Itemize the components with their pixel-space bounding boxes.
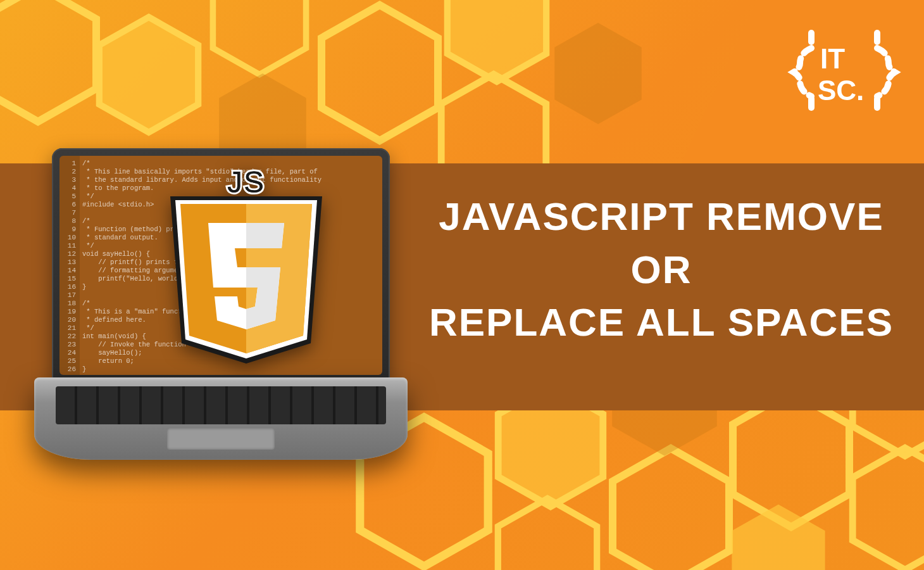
laptop-bezel: 1234567891011121314151617181920212223242… — [52, 148, 390, 383]
itsc-logo-icon: IT SC. — [787, 15, 901, 129]
laptop-base — [34, 377, 408, 460]
laptop-screen: 1234567891011121314151617181920212223242… — [59, 156, 382, 375]
svg-marker-17 — [732, 504, 825, 570]
svg-marker-7 — [447, 0, 546, 82]
svg-marker-13 — [498, 498, 597, 570]
svg-marker-3 — [213, 0, 306, 75]
svg-marker-1 — [99, 17, 198, 132]
logo-text-bottom: SC. — [818, 75, 864, 106]
svg-marker-14 — [613, 448, 729, 570]
svg-marker-2 — [99, 17, 198, 132]
laptop-graphic: 1234567891011121314151617181920212223242… — [34, 148, 408, 471]
code-line-numbers: 1234567891011121314151617181920212223242… — [59, 156, 80, 375]
logo-text-top: IT — [820, 43, 845, 74]
title-line-1: JAVASCRIPT REMOVE — [439, 194, 883, 238]
svg-marker-5 — [322, 5, 438, 141]
svg-marker-25 — [246, 223, 284, 248]
javascript-shield-icon: JS JS — [164, 166, 328, 369]
svg-marker-19 — [852, 448, 924, 570]
title-line-2: OR — [631, 248, 692, 291]
svg-marker-0 — [0, 0, 96, 122]
svg-marker-6 — [447, 0, 546, 82]
js-badge-label: JS — [227, 165, 265, 200]
title-line-3: REPLACE ALL SPACES — [429, 300, 894, 344]
svg-marker-9 — [554, 23, 642, 124]
svg-marker-16 — [733, 391, 849, 527]
hero-title: JAVASCRIPT REMOVE OR REPLACE ALL SPACES — [418, 190, 905, 349]
laptop-trackpad — [167, 428, 275, 450]
laptop-keyboard — [56, 386, 386, 424]
